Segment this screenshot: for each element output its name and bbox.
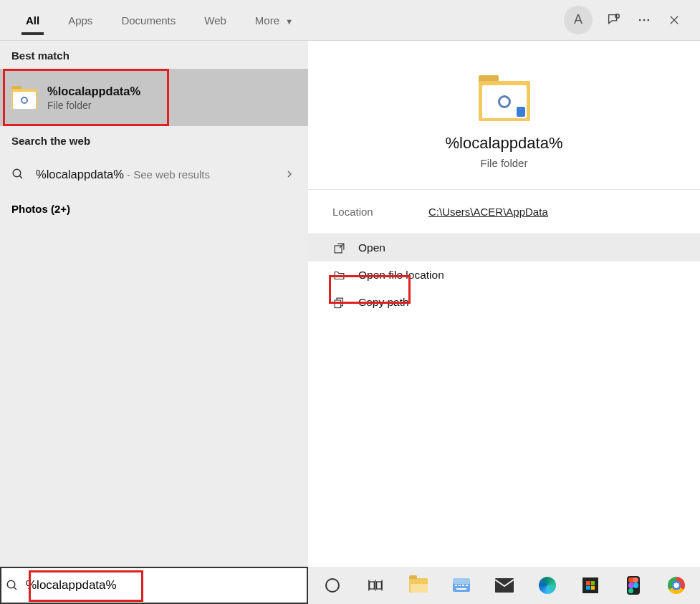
more-options-icon[interactable]	[636, 11, 653, 29]
location-value[interactable]: C:\Users\ACER\AppData	[428, 206, 548, 218]
tab-more[interactable]: More ▼	[241, 3, 307, 37]
open-icon	[332, 241, 345, 254]
header-right: A	[564, 6, 689, 34]
search-header: All Apps Documents Web More ▼ A	[0, 0, 700, 40]
search-input[interactable]	[23, 574, 307, 597]
actions-list: Open Open file location Copy path	[308, 234, 700, 316]
feedback-icon[interactable]	[605, 11, 623, 29]
file-explorer-icon[interactable]	[408, 575, 428, 595]
svg-rect-14	[455, 585, 457, 586]
web-result-text: %localappdata% - See web results	[36, 168, 210, 181]
svg-rect-11	[377, 582, 382, 589]
close-icon[interactable]	[666, 11, 683, 29]
svg-point-1	[639, 19, 641, 21]
web-result-suffix: - See web results	[124, 168, 210, 181]
search-web-label: Search the web	[0, 126, 308, 154]
chevron-right-icon	[285, 168, 294, 180]
location-label: Location	[332, 206, 428, 218]
microsoft-store-icon[interactable]	[580, 575, 600, 595]
web-result[interactable]: %localappdata% - See web results	[0, 154, 308, 194]
task-view-icon[interactable]	[365, 575, 385, 595]
best-match-label: Best match	[0, 41, 308, 69]
bottom-bar	[0, 567, 700, 604]
filter-tabs: All Apps Documents Web More ▼	[11, 3, 564, 37]
folder-icon-large	[479, 75, 530, 121]
copy-icon	[332, 296, 345, 309]
chevron-down-icon: ▼	[285, 17, 293, 26]
svg-point-4	[13, 169, 21, 177]
svg-point-2	[643, 19, 646, 21]
action-open[interactable]: Open	[308, 234, 700, 262]
svg-rect-15	[459, 585, 461, 586]
svg-rect-17	[466, 585, 468, 586]
tab-more-label: More	[255, 14, 279, 27]
action-label: Copy path	[358, 296, 409, 309]
svg-point-3	[648, 19, 650, 21]
search-box[interactable]	[0, 567, 308, 604]
tab-documents[interactable]: Documents	[107, 3, 190, 37]
detail-header: %localappdata% File folder Location C:\U…	[308, 41, 700, 316]
web-result-title: %localappdata%	[36, 168, 124, 181]
results-panel: Best match %localappdata% File folder Se…	[0, 40, 308, 567]
action-open-location[interactable]: Open file location	[308, 262, 700, 289]
folder-location-icon	[332, 269, 345, 282]
location-row: Location C:\Users\ACER\AppData	[308, 190, 700, 234]
svg-rect-18	[456, 588, 466, 590]
mail-icon[interactable]	[494, 575, 514, 595]
tab-web[interactable]: Web	[190, 3, 241, 37]
user-avatar[interactable]: A	[564, 6, 593, 34]
action-label: Open	[358, 241, 385, 254]
detail-panel: %localappdata% File folder Location C:\U…	[308, 40, 700, 567]
photos-result[interactable]: Photos (2+)	[0, 194, 308, 224]
svg-rect-13	[453, 578, 470, 584]
cortana-icon[interactable]	[322, 575, 342, 595]
search-icon	[1, 579, 23, 592]
action-copy-path[interactable]: Copy path	[308, 289, 700, 316]
main-content: Best match %localappdata% File folder Se…	[0, 40, 700, 567]
detail-title: %localappdata%	[446, 134, 563, 153]
svg-point-8	[7, 580, 15, 588]
svg-rect-10	[370, 582, 375, 589]
edge-icon[interactable]	[537, 575, 557, 595]
best-match-result[interactable]: %localappdata% File folder	[0, 69, 308, 126]
svg-rect-16	[462, 585, 464, 586]
svg-point-9	[326, 579, 339, 592]
chrome-icon[interactable]	[666, 575, 686, 595]
result-title: %localappdata%	[47, 85, 140, 98]
tab-all[interactable]: All	[11, 3, 54, 37]
folder-icon	[11, 86, 37, 109]
tab-apps[interactable]: Apps	[54, 3, 107, 37]
action-label: Open file location	[358, 269, 444, 282]
result-text: %localappdata% File folder	[47, 85, 140, 111]
search-icon	[11, 168, 26, 181]
keyboard-app-icon[interactable]	[451, 575, 471, 595]
svg-point-0	[615, 14, 620, 18]
figma-icon[interactable]	[623, 575, 643, 595]
svg-rect-7	[335, 299, 341, 307]
result-subtitle: File folder	[47, 100, 140, 111]
taskbar	[308, 567, 700, 604]
detail-subtitle: File folder	[481, 157, 528, 169]
